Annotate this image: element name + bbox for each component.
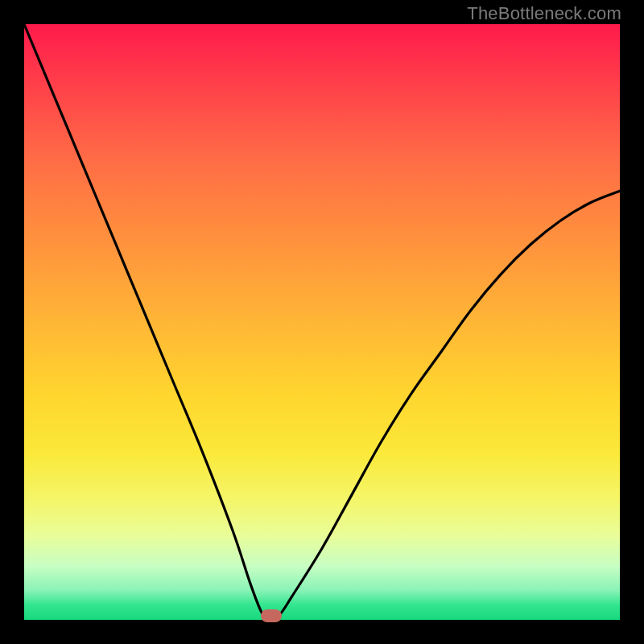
watermark-text: TheBottleneck.com [467,3,621,24]
bottleneck-curve [24,24,620,620]
optimal-marker [261,609,282,622]
chart-frame: TheBottleneck.com [0,0,644,644]
plot-area [24,24,620,620]
